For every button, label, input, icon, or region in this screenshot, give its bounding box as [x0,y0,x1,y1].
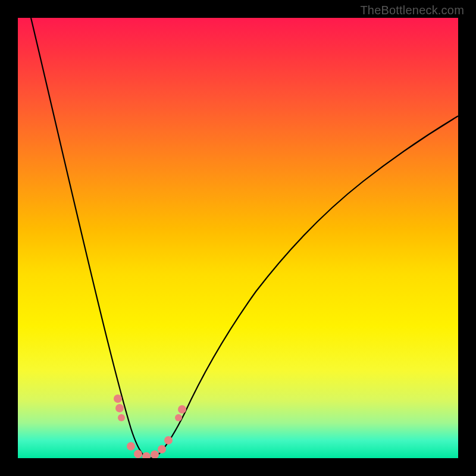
svg-point-2 [118,414,125,421]
watermark-text: TheBottleneck.com [360,4,464,17]
svg-point-6 [151,450,159,458]
svg-point-9 [175,414,182,421]
bottleneck-curve [18,18,458,458]
svg-point-4 [134,450,142,458]
svg-point-0 [114,394,122,403]
svg-point-7 [158,445,166,453]
svg-point-5 [142,452,151,458]
plot-area [18,18,458,458]
curve-path [31,18,458,458]
svg-point-10 [178,405,186,414]
svg-point-1 [115,404,124,412]
svg-point-8 [164,436,173,444]
chart-frame: TheBottleneck.com [0,0,476,476]
svg-point-3 [127,442,135,450]
